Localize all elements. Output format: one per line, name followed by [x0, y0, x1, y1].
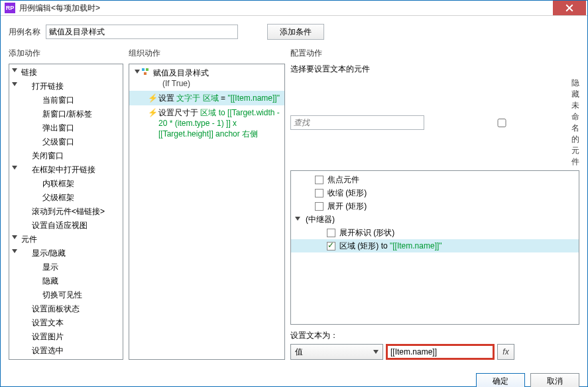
tree-item-set-text[interactable]: 设置文本: [9, 316, 123, 330]
tree-item-adaptive-view[interactable]: 设置自适应视图: [9, 219, 123, 233]
dialog-window: RP 用例编辑<每项加载时> 用例名称 添加条件 添加动作 链接 打开链接 当前…: [0, 0, 588, 387]
lightning-icon: ⚡: [148, 93, 158, 103]
case-name-input[interactable]: [46, 25, 238, 39]
value-row: 值 fx: [290, 344, 579, 360]
app-icon: RP: [5, 3, 15, 13]
tree-item-current-window[interactable]: 当前窗口: [9, 93, 123, 107]
name-row: 用例名称 添加条件: [9, 24, 579, 40]
close-button[interactable]: [553, 1, 586, 15]
titlebar: RP 用例编辑<每项加载时>: [1, 1, 587, 16]
caret-down-icon: [12, 166, 17, 170]
tree-item-popup[interactable]: 弹出窗口: [9, 121, 123, 135]
org-action-set-size[interactable]: ⚡ 设置尺寸于 区域 to [[Target.width - 20 * (ite…: [129, 105, 284, 141]
configure-action-column: 配置动作 选择要设置文本的元件 隐藏未命名的元件 焦点元件 收缩 (矩形) 展开…: [290, 48, 579, 360]
tree-group-open-in-frame[interactable]: 在框架中打开链接: [9, 163, 123, 177]
widget-area[interactable]: 区域 (矩形) to "[[Item.name]]": [291, 239, 579, 252]
tree-item-inline-frame[interactable]: 内联框架: [9, 177, 123, 191]
caret-down-icon: [12, 235, 17, 239]
organize-action-panel[interactable]: 赋值及目录样式 (If True) ⚡ 设置 文字于 区域 = "[[Item.…: [129, 64, 285, 360]
svg-rect-1: [146, 68, 148, 71]
tree-item-set-image[interactable]: 设置图片: [9, 330, 123, 344]
columns: 添加动作 链接 打开链接 当前窗口 新窗口/新标签 弹出窗口 父级窗口 关闭窗口…: [9, 48, 579, 360]
tree-item-panel-state[interactable]: 设置面板状态: [9, 302, 123, 316]
add-action-header: 添加动作: [9, 48, 123, 61]
fx-button[interactable]: fx: [497, 344, 514, 360]
checkbox-icon[interactable]: [315, 189, 323, 197]
org-case-condition: (If True): [149, 78, 280, 89]
caret-down-icon: [373, 350, 379, 354]
org-action-set-text[interactable]: ⚡ 设置 文字于 区域 = "[[Item.name]]": [129, 91, 284, 105]
caret-down-icon: [295, 217, 300, 221]
footer: 确定 取消: [1, 368, 587, 387]
value-input[interactable]: [386, 344, 495, 360]
add-condition-button[interactable]: 添加条件: [267, 24, 324, 40]
set-text-label: 设置文本为：: [290, 330, 579, 341]
window-title: 用例编辑<每项加载时>: [19, 3, 553, 14]
svg-rect-2: [144, 72, 147, 75]
tree-item-show[interactable]: 显示: [9, 260, 123, 274]
tree-group-show-hide[interactable]: 显示/隐藏: [9, 247, 123, 260]
tree-group-widgets[interactable]: 元件: [9, 233, 123, 247]
widget-focus[interactable]: 焦点元件: [291, 173, 579, 186]
organize-action-column: 组织动作 赋值及目录样式 (If True) ⚡ 设置 文字于 区域 = "[[…: [129, 48, 285, 360]
caret-down-icon: [12, 68, 17, 72]
tree-item-parent-frame[interactable]: 父级框架: [9, 191, 123, 205]
caret-down-icon: [12, 82, 17, 86]
caret-down-icon: [135, 70, 140, 74]
case-name-label: 用例名称: [9, 27, 40, 38]
configure-body: 选择要设置文本的元件 隐藏未命名的元件 焦点元件 收缩 (矩形) 展开 (矩形)…: [290, 64, 579, 360]
hide-unnamed-option[interactable]: 隐藏未命名的元件: [435, 78, 579, 168]
add-action-panel[interactable]: 链接 打开链接 当前窗口 新窗口/新标签 弹出窗口 父级窗口 关闭窗口 在框架中…: [9, 64, 123, 360]
tree-item-set-selected[interactable]: 设置选中: [9, 344, 123, 358]
value-type-dropdown[interactable]: 值: [290, 344, 383, 360]
tree-item-new-window[interactable]: 新窗口/新标签: [9, 107, 123, 121]
search-row: 隐藏未命名的元件: [290, 78, 579, 170]
widget-collapse[interactable]: 收缩 (矩形): [291, 186, 579, 199]
checkbox-icon[interactable]: [327, 229, 335, 237]
close-icon: [565, 4, 573, 12]
tree-item-scroll-anchor[interactable]: 滚动到元件<锚链接>: [9, 205, 123, 219]
configure-action-header: 配置动作: [290, 48, 579, 61]
hide-unnamed-checkbox[interactable]: [435, 119, 569, 127]
checkbox-icon[interactable]: [315, 176, 323, 184]
tree-group-links[interactable]: 链接: [9, 66, 123, 80]
organize-action-header: 组织动作: [129, 48, 285, 61]
widget-expand[interactable]: 展开 (矩形): [291, 199, 579, 213]
widget-expand-flag[interactable]: 展开标识 (形状): [291, 226, 579, 239]
checkbox-checked-icon[interactable]: [327, 242, 335, 250]
case-icon: [141, 68, 149, 76]
svg-rect-0: [142, 68, 145, 71]
caret-down-icon: [12, 249, 17, 253]
tree-item-hide[interactable]: 隐藏: [9, 274, 123, 288]
widget-tree[interactable]: 焦点元件 收缩 (矩形) 展开 (矩形) (中继器) 展开标识 (形状) 区域 …: [290, 170, 579, 325]
tree-item-parent-window[interactable]: 父级窗口: [9, 135, 123, 149]
tree-item-close-window[interactable]: 关闭窗口: [9, 149, 123, 163]
choose-widget-label: 选择要设置文本的元件: [290, 64, 579, 75]
lightning-icon: ⚡: [148, 107, 158, 118]
widget-repeater-group[interactable]: (中继器): [291, 213, 579, 226]
cancel-button[interactable]: 取消: [530, 373, 579, 387]
checkbox-icon[interactable]: [315, 202, 323, 211]
tree-group-open-link[interactable]: 打开链接: [9, 80, 123, 93]
tree-item-toggle-visibility[interactable]: 切换可见性: [9, 288, 123, 302]
search-input[interactable]: [290, 115, 424, 130]
org-case-row[interactable]: 赋值及目录样式 (If True): [129, 66, 284, 91]
org-case-name: 赋值及目录样式: [149, 68, 209, 78]
content-area: 用例名称 添加条件 添加动作 链接 打开链接 当前窗口 新窗口/新标签 弹出窗口…: [1, 16, 587, 368]
add-action-column: 添加动作 链接 打开链接 当前窗口 新窗口/新标签 弹出窗口 父级窗口 关闭窗口…: [9, 48, 123, 360]
ok-button[interactable]: 确定: [476, 373, 525, 387]
